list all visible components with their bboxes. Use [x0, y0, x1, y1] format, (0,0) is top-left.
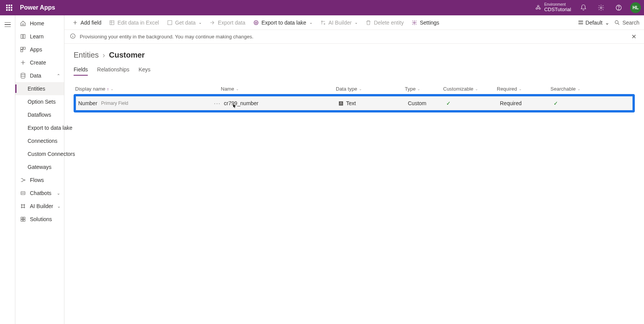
- chevron-down-icon: ⌄: [199, 20, 202, 25]
- export-to-data-lake-button[interactable]: Export to data lake ⌄: [250, 18, 315, 27]
- svg-rect-11: [21, 192, 25, 195]
- chevron-down-icon: ⌄: [577, 87, 580, 91]
- sidebar-label: Apps: [30, 46, 42, 53]
- sidebar-item-solutions[interactable]: Solutions: [15, 213, 64, 226]
- sidebar-item-entities[interactable]: Entities: [15, 82, 64, 95]
- info-message: Provisioning your entity in the backgrou…: [80, 34, 253, 40]
- settings-button[interactable]: [593, 0, 609, 15]
- notifications-button[interactable]: [576, 0, 591, 15]
- breadcrumb-root[interactable]: Entities: [74, 51, 99, 60]
- edit-in-excel-button[interactable]: Edit data in Excel: [106, 18, 162, 27]
- sidebar-label: Create: [30, 60, 46, 66]
- search-label: Search: [623, 20, 639, 26]
- cmd-label: Settings: [420, 20, 439, 26]
- svg-point-14: [21, 204, 22, 205]
- svg-point-15: [24, 204, 25, 205]
- sidebar-label: Dataflows: [28, 112, 51, 118]
- col-type[interactable]: Type ⌄: [405, 86, 443, 92]
- sidebar-item-dataflows[interactable]: Dataflows: [15, 108, 64, 121]
- book-icon: [20, 33, 26, 40]
- sidebar-item-gateways[interactable]: Gateways: [15, 160, 64, 174]
- row-more-button[interactable]: ···: [211, 100, 224, 106]
- plus-icon: [20, 60, 26, 66]
- user-avatar[interactable]: HL: [630, 2, 641, 13]
- tab-keys[interactable]: Keys: [138, 65, 150, 76]
- sidebar-item-option-sets[interactable]: Option Sets: [15, 95, 64, 108]
- chevron-down-icon: ⌄: [417, 87, 420, 91]
- sidebar-item-export-lake[interactable]: Export to data lake: [15, 121, 64, 134]
- grid-header: Display name ↑ ⌄ Name ⌄ Data type ⌄ Type: [74, 84, 635, 94]
- ai-builder-button[interactable]: AI Builder ⌄: [317, 18, 361, 27]
- sidebar-item-custom-connectors[interactable]: Custom Connectors: [15, 147, 64, 160]
- col-required[interactable]: Required ⌄: [497, 86, 550, 92]
- table-row[interactable]: Number Primary Field ··· cr799_number 🅰 …: [76, 96, 632, 110]
- settings-command-button[interactable]: Settings: [408, 18, 442, 27]
- sidebar: Home Learn Apps Create Data ⌃ Entities: [15, 15, 64, 324]
- view-picker[interactable]: Default ⌄: [578, 20, 609, 26]
- text-type-icon: 🅰: [339, 101, 343, 106]
- svg-point-24: [254, 20, 258, 25]
- search-button[interactable]: Search: [614, 20, 639, 26]
- col-customizable[interactable]: Customizable ⌄: [443, 86, 497, 92]
- sidebar-item-learn[interactable]: Learn: [15, 30, 64, 43]
- list-view-icon: [578, 21, 583, 24]
- header-actions: HL: [576, 0, 641, 15]
- sidebar-item-chatbots[interactable]: Chatbots ⌄: [15, 187, 64, 200]
- environment-icon: [535, 4, 541, 12]
- export-data-button[interactable]: Export data: [206, 18, 248, 27]
- breadcrumb: Entities › Customer: [74, 51, 635, 60]
- get-data-button[interactable]: Get data ⌄: [164, 18, 205, 27]
- cell-display-name: Number: [78, 100, 97, 106]
- add-field-button[interactable]: Add field: [69, 18, 104, 27]
- svg-point-10: [24, 180, 25, 181]
- nav-collapse-button[interactable]: [2, 18, 14, 31]
- col-label: Required: [497, 86, 517, 92]
- svg-point-27: [324, 23, 325, 25]
- delete-entity-button[interactable]: Delete entity: [362, 18, 407, 27]
- col-data-type[interactable]: Data type ⌄: [336, 86, 405, 92]
- sidebar-item-create[interactable]: Create: [15, 56, 64, 69]
- chevron-down-icon: ⌄: [519, 87, 522, 91]
- chevron-down-icon: ⌄: [475, 87, 478, 91]
- help-button[interactable]: [611, 0, 626, 15]
- svg-point-28: [414, 22, 415, 23]
- export-icon: [209, 20, 215, 26]
- database-icon: [20, 73, 26, 79]
- col-label: Searchable: [550, 86, 576, 92]
- primary-field-tag: Primary Field: [101, 101, 128, 106]
- sidebar-item-flows[interactable]: Flows: [15, 174, 64, 187]
- gear-icon: [598, 4, 605, 11]
- chevron-down-icon: ⌄: [309, 20, 312, 25]
- gear-icon: [411, 20, 417, 26]
- sidebar-item-apps[interactable]: Apps: [15, 43, 64, 56]
- breadcrumb-leaf: Customer: [109, 51, 145, 60]
- sidebar-item-home[interactable]: Home: [15, 17, 64, 30]
- brand-title: Power Apps: [20, 4, 55, 11]
- environment-label: Environment: [544, 3, 571, 7]
- waffle-icon: [6, 5, 12, 11]
- global-header: Power Apps Environment CDSTutorial HL: [0, 0, 644, 15]
- environment-text: Environment CDSTutorial: [544, 3, 571, 13]
- tab-relationships[interactable]: Relationships: [97, 65, 129, 76]
- info-icon: [70, 33, 76, 40]
- sidebar-item-ai-builder[interactable]: AI Builder ⌄: [15, 200, 64, 213]
- col-name[interactable]: Name ⌄: [221, 86, 336, 92]
- sidebar-item-data[interactable]: Data ⌃: [15, 69, 64, 82]
- svg-rect-21: [23, 220, 25, 222]
- col-label: Name: [221, 86, 234, 92]
- chatbot-icon: [20, 190, 26, 196]
- svg-point-13: [23, 193, 24, 193]
- col-display-name[interactable]: Display name ↑ ⌄: [75, 86, 221, 92]
- svg-point-12: [22, 193, 23, 193]
- col-searchable[interactable]: Searchable ⌄: [550, 86, 589, 92]
- app-launcher-button[interactable]: [3, 2, 15, 14]
- command-bar: Add field Edit data in Excel Get data ⌄ …: [64, 15, 644, 30]
- tab-fields[interactable]: Fields: [74, 65, 88, 76]
- environment-picker[interactable]: Environment CDSTutorial: [535, 3, 571, 13]
- info-close-button[interactable]: ✕: [629, 32, 639, 41]
- svg-point-17: [24, 207, 25, 208]
- svg-point-16: [21, 207, 22, 208]
- sidebar-label: Custom Connectors: [28, 151, 75, 157]
- cmd-label: Edit data in Excel: [117, 20, 159, 26]
- sidebar-item-connections[interactable]: Connections: [15, 134, 64, 147]
